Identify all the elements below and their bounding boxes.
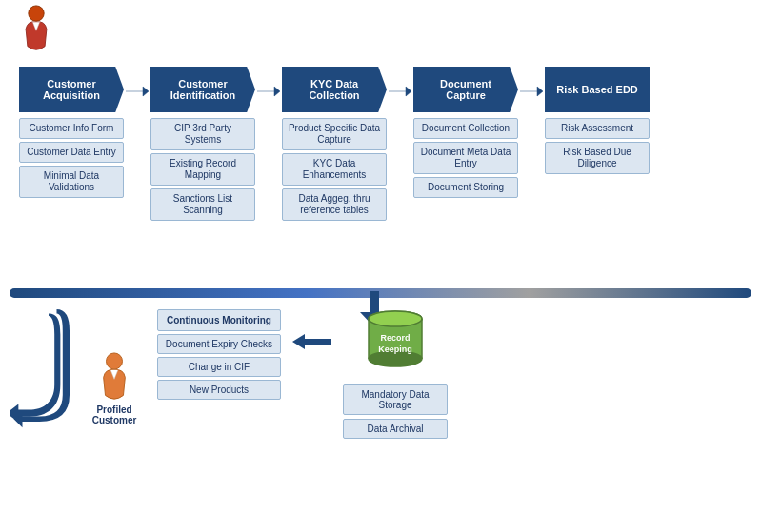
- arrow-icon-2: [255, 80, 282, 103]
- item-acquisition-2: Minimal Data Validations: [19, 166, 124, 198]
- item-document-2: Document Storing: [413, 177, 518, 198]
- record-keeping-section: Record Keeping Mandatory Data Storage Da…: [343, 305, 448, 439]
- process-acquisition: Customer Acquisition Customer Info Form …: [19, 67, 124, 198]
- header-document: Document Capture: [413, 67, 518, 112]
- item-risk-1: Risk Based Due Diligence: [545, 142, 650, 174]
- header-risk: Risk Based EDD: [545, 67, 650, 112]
- arrow-3: [387, 80, 413, 103]
- monitoring-item-2: New Products: [157, 380, 281, 400]
- cylinder-container: Record Keeping: [362, 305, 429, 381]
- diagram-container: Customer Acquisition Customer Info Form …: [0, 0, 761, 532]
- arrow-1: [124, 80, 150, 103]
- big-left-arrow-container: [10, 309, 71, 435]
- item-acquisition-1: Customer Data Entry: [19, 142, 124, 163]
- svg-point-0: [29, 6, 44, 21]
- process-kyc: KYC Data Collection Product Specific Dat…: [282, 67, 387, 221]
- bottom-section: Profiled Customer Continuous Monitoring …: [10, 305, 751, 439]
- item-kyc-0: Product Specific Data Capture: [282, 118, 387, 150]
- item-risk-0: Risk Assessment: [545, 118, 650, 139]
- item-identification-1: Existing Record Mapping: [150, 153, 255, 186]
- big-left-arrow-svg: [10, 309, 71, 433]
- svg-point-6: [369, 311, 422, 326]
- header-kyc: KYC Data Collection: [282, 67, 387, 112]
- item-document-0: Document Collection: [413, 118, 518, 139]
- process-risk: Risk Based EDD Risk Assessment Risk Base…: [545, 67, 650, 174]
- items-identification: CIP 3rd Party Systems Existing Record Ma…: [150, 118, 255, 221]
- item-document-1: Document Meta Data Entry: [413, 142, 518, 174]
- items-risk: Risk Assessment Risk Based Due Diligence: [545, 118, 650, 174]
- left-arrow-small-svg: [290, 331, 333, 352]
- top-process-flow: Customer Acquisition Customer Info Form …: [19, 67, 751, 221]
- item-kyc-1: KYC Data Enhancements: [282, 153, 387, 186]
- customer-figure-top: [17, 5, 55, 52]
- items-acquisition: Customer Info Form Customer Data Entry M…: [19, 118, 124, 198]
- item-acquisition-0: Customer Info Form: [19, 118, 124, 139]
- item-kyc-2: Data Aggeg. thru reference tables: [282, 188, 387, 221]
- header-identification: Customer Identification: [150, 67, 255, 112]
- monitoring-item-0: Document Expiry Checks: [157, 334, 281, 354]
- process-document: Document Capture Document Collection Doc…: [413, 67, 518, 198]
- left-arrow-small: [290, 331, 333, 352]
- person-icon-top: [17, 5, 55, 52]
- header-acquisition: Customer Acquisition: [19, 67, 124, 112]
- items-kyc: Product Specific Data Capture KYC Data E…: [282, 118, 387, 221]
- profiled-customer: Profiled Customer: [81, 352, 148, 425]
- arrow-4: [518, 80, 545, 103]
- cylinder-svg: Record Keeping: [362, 305, 429, 381]
- item-identification-0: CIP 3rd Party Systems: [150, 118, 255, 150]
- svg-text:Keeping: Keeping: [378, 345, 412, 354]
- item-identification-2: Sanctions List Scanning: [150, 188, 255, 221]
- arrow-icon-1: [124, 80, 150, 103]
- storage-item-0: Mandatory Data Storage: [343, 384, 448, 415]
- items-document: Document Collection Document Meta Data E…: [413, 118, 518, 198]
- monitoring-item-1: Change in CIF: [157, 357, 281, 377]
- svg-text:Record: Record: [380, 333, 410, 343]
- arrow-icon-3: [387, 80, 413, 103]
- process-identification: Customer Identification CIP 3rd Party Sy…: [150, 67, 255, 221]
- svg-point-2: [106, 353, 122, 369]
- monitoring-header: Continuous Monitoring: [157, 309, 281, 331]
- storage-item-1: Data Archival: [343, 419, 448, 439]
- arrow-icon-4: [518, 80, 545, 103]
- monitoring-section: Continuous Monitoring Document Expiry Ch…: [157, 309, 281, 400]
- person-icon-bottom: [94, 352, 134, 402]
- profiled-customer-label: Profiled Customer: [81, 404, 148, 425]
- arrow-2: [255, 80, 282, 103]
